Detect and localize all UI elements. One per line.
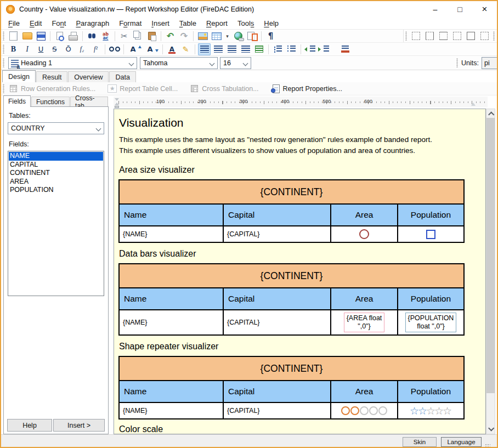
scroll-up-button[interactable] (486, 109, 495, 118)
left-indent-marker[interactable] (115, 103, 119, 105)
field-capital[interactable]: CAPITAL (9, 161, 103, 169)
strikethrough-icon[interactable]: S (48, 43, 61, 55)
copy-icon[interactable] (132, 30, 144, 42)
menu-insert[interactable]: Insert (146, 18, 174, 29)
row-generation-rules-button[interactable]: Row Generation Rules... (7, 83, 98, 95)
cross-tabulation-button[interactable]: Cross Tabulation... (188, 83, 261, 95)
replace-icon[interactable] (99, 30, 112, 42)
language-button[interactable]: Language (441, 437, 482, 447)
report-properties-button[interactable]: Report Properties... (269, 83, 344, 95)
sidetab-functions[interactable]: Functions (31, 97, 70, 107)
underline-icon[interactable]: U (35, 43, 47, 55)
menu-font[interactable]: Font (47, 18, 71, 29)
highlight-icon[interactable]: ✎ (179, 43, 192, 55)
print-icon[interactable] (67, 30, 80, 42)
bold-icon[interactable]: B (7, 43, 20, 55)
menu-format[interactable]: Format (114, 18, 146, 29)
right-indent-marker[interactable] (471, 103, 476, 106)
undo-icon[interactable]: ↶ (164, 30, 177, 42)
table-menu-arrow-icon[interactable]: ▾ (224, 30, 231, 42)
bullet-list-icon[interactable] (271, 43, 284, 55)
menu-table[interactable]: Table (174, 18, 201, 29)
close-button[interactable]: × (472, 1, 497, 17)
align-justify-icon[interactable] (239, 43, 252, 55)
font-size-combo[interactable]: 16 (220, 57, 251, 69)
menu-report[interactable]: Report (201, 18, 233, 29)
table-border-option-5-icon[interactable] (467, 32, 475, 40)
superscript-icon[interactable]: f² (89, 43, 102, 55)
insert-table-icon[interactable] (210, 30, 223, 42)
print-preview-icon[interactable] (53, 30, 66, 42)
field-name[interactable]: NAME (9, 152, 103, 161)
numbered-list-icon[interactable] (285, 43, 298, 55)
grow-font-icon[interactable]: A (127, 43, 143, 55)
sidetab-fields[interactable]: Fields (3, 95, 31, 107)
table-border-option-1-icon[interactable] (412, 32, 420, 40)
menu-tools[interactable]: Tools (233, 18, 259, 29)
tab-data[interactable]: Data (109, 71, 135, 82)
field-population[interactable]: POPULATION (9, 186, 103, 195)
units-combo[interactable]: pi (482, 57, 497, 69)
insert-button[interactable]: Insert > (53, 419, 105, 432)
menu-file[interactable]: File (3, 18, 25, 29)
formatting-marks-icon[interactable]: ¶ (264, 30, 277, 42)
hidden-symbols-icon[interactable] (108, 43, 121, 55)
font-family-combo[interactable]: Tahoma (140, 57, 218, 69)
fit-width-icon[interactable] (253, 43, 265, 55)
field-continent[interactable]: CONTINENT (9, 169, 103, 178)
tab-overview[interactable]: Overview (68, 71, 109, 82)
italic-icon[interactable]: I (21, 43, 33, 55)
table-border-option-2-icon[interactable] (426, 32, 434, 40)
toolbar-grip[interactable] (493, 31, 495, 41)
redo-icon[interactable]: ↷ (178, 30, 190, 42)
scrollbar-thumb[interactable] (486, 118, 495, 393)
toolbar-grip[interactable] (3, 84, 4, 93)
resize-grip[interactable] (485, 444, 490, 448)
menu-edit[interactable]: Edit (25, 18, 47, 29)
insert-image-icon[interactable] (196, 30, 209, 42)
save-icon[interactable] (35, 30, 47, 42)
toolbar-grip[interactable] (3, 44, 4, 54)
increase-indent-icon[interactable] (318, 43, 330, 55)
overline-icon[interactable]: Ō (62, 43, 75, 55)
cut-icon[interactable]: ✂ (118, 30, 131, 42)
shrink-font-icon[interactable]: A (144, 43, 160, 55)
insert-frame-icon[interactable] (246, 30, 258, 42)
report-table-cell-button[interactable]: Report Table Cell... (105, 83, 180, 95)
vertical-scrollbar[interactable] (486, 109, 495, 434)
align-right-icon[interactable] (225, 43, 238, 55)
help-button[interactable]: Help (7, 419, 52, 432)
align-center-icon[interactable] (212, 43, 224, 55)
tables-combo[interactable]: COUNTRY (8, 122, 104, 134)
new-document-icon[interactable] (7, 30, 20, 42)
tab-design[interactable]: Design (2, 70, 36, 82)
align-left-icon[interactable] (198, 43, 211, 55)
paste-icon[interactable] (145, 30, 158, 42)
skin-button[interactable]: Skin (403, 437, 437, 447)
font-color-icon[interactable]: A (166, 43, 178, 55)
open-icon[interactable] (21, 30, 33, 42)
scroll-down-button[interactable] (486, 425, 495, 434)
subscript-icon[interactable]: f₂ (76, 43, 88, 55)
document-canvas[interactable]: Visualization This example uses the same… (114, 109, 486, 434)
menu-help[interactable]: Help (259, 18, 284, 29)
fields-list[interactable]: NAMECAPITALCONTINENTAREAPOPULATION (8, 151, 104, 296)
decrease-indent-icon[interactable] (304, 43, 316, 55)
table-border-option-3-icon[interactable] (439, 32, 448, 40)
toolbar-grip[interactable] (405, 31, 407, 41)
table-border-option-6-icon[interactable] (480, 32, 489, 40)
paragraph-shading-icon[interactable] (339, 43, 352, 55)
minimize-button[interactable]: – (423, 1, 448, 17)
field-area[interactable]: AREA (9, 178, 103, 186)
first-line-indent-marker[interactable] (115, 98, 119, 101)
title-bar[interactable]: Country - Value visualization.rw — Repor… (1, 1, 497, 18)
table-border-option-4-icon[interactable] (453, 32, 461, 40)
maximize-button[interactable]: □ (448, 1, 472, 17)
sidetab-crosstab[interactable]: Cross-tab (70, 97, 108, 107)
paragraph-style-combo[interactable]: Heading 1 (8, 57, 137, 69)
hyperlink-icon[interactable] (232, 30, 245, 42)
toolbar-grip[interactable] (3, 31, 4, 41)
toolbar-grip[interactable] (3, 58, 4, 67)
toolbar-grip[interactable] (456, 58, 458, 67)
ruler[interactable]: 100200300400500600 (114, 95, 495, 109)
